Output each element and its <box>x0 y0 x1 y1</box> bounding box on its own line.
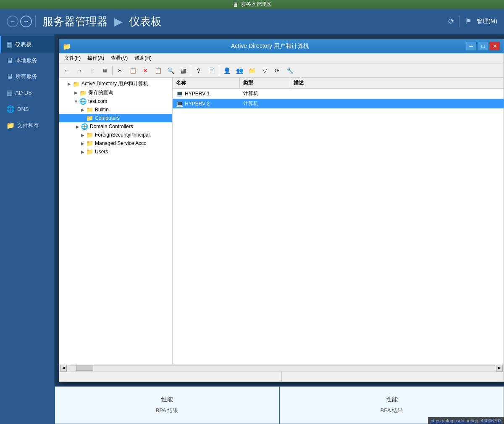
close-button[interactable]: ✕ <box>489 42 500 51</box>
nav-forward-button[interactable]: → <box>20 16 32 27</box>
cell-desc-hyperv2 <box>290 103 504 105</box>
menu-help[interactable]: 帮助(H) <box>131 54 155 63</box>
list-item[interactable]: 💻 HYPERV-1 计算机 <box>173 89 504 99</box>
toolbar-sep1 <box>112 66 113 75</box>
tree-domain-controllers[interactable]: ▶ 🌐 Domain Controllers <box>59 122 172 131</box>
tree-users-label: Users <box>95 149 108 155</box>
tree-saved-queries[interactable]: ▶ 📁 保存的查询 <box>59 88 172 97</box>
tree-domain[interactable]: ▼ 🌐 test.com <box>59 97 172 105</box>
sidebar-item-files[interactable]: 📁 文件和存 <box>0 117 54 134</box>
ad-window-titlebar: 📁 Active Directory 用户和计算机 ─ □ ✕ <box>59 39 504 53</box>
sidebar-item-all[interactable]: 🖥 所有服务 <box>0 68 54 84</box>
sidebar-item-adds[interactable]: ▦ AD DS <box>0 84 54 101</box>
sidebar-item-label: AD DS <box>15 90 32 96</box>
toolbar-show-btn[interactable]: ▦ <box>99 65 110 76</box>
sidebar-item-label: 文件和存 <box>17 122 39 129</box>
toolbar-prop-btn[interactable]: 📋 <box>152 65 164 76</box>
tree-root[interactable]: ▶ 📁 Active Directory 用户和计算机 <box>59 79 172 88</box>
dashboard-icon: ▦ <box>6 40 13 48</box>
adds-icon: ▦ <box>6 89 13 97</box>
sidebar-item-dns[interactable]: 🌐 DNS <box>0 101 54 117</box>
toolbar-up-btn[interactable]: ↑ <box>86 65 98 76</box>
toolbar-delegate-btn[interactable]: 🔧 <box>284 65 296 76</box>
saved-folder-icon: 📁 <box>79 90 87 96</box>
builtin-folder-icon: 📁 <box>86 106 93 113</box>
minimize-button[interactable]: ─ <box>466 42 477 51</box>
list-item[interactable]: 💻 HYPERV-2 计算机 <box>173 99 504 109</box>
toolbar-refresh-btn[interactable]: ⟳ <box>271 65 283 76</box>
toolbar-cut-btn[interactable]: ✂ <box>114 65 126 76</box>
tree-domain-label: test.com <box>88 98 107 104</box>
managed-expand-icon: ▶ <box>79 141 86 146</box>
tree-managed-label: Managed Service Acco <box>95 140 147 146</box>
tree-panel: ▶ 📁 Active Directory 用户和计算机 ▶ 📁 保存的查询 ▼ … <box>59 78 173 364</box>
scroll-thumb[interactable] <box>76 366 93 371</box>
tree-computers[interactable]: 📁 Computers <box>59 114 172 122</box>
toolbar-filter2-btn[interactable]: ▽ <box>259 65 270 76</box>
toolbar-sep2 <box>191 66 191 75</box>
menu-view[interactable]: 查看(V) <box>108 54 131 63</box>
nav-back-button[interactable]: ← <box>7 16 18 27</box>
toolbar-copy-btn[interactable]: 📋 <box>127 65 139 76</box>
app-title-bar: 🖥 服务器管理器 <box>0 0 504 9</box>
builtin-expand-icon: ▶ <box>79 108 86 112</box>
col-name[interactable]: 名称 <box>173 78 240 88</box>
cell-type-hyperv2: 计算机 <box>240 99 290 108</box>
tree-saved-label: 保存的查询 <box>88 89 113 96</box>
tree-computers-label: Computers <box>95 115 120 121</box>
toolbar-filter-btn[interactable]: ▦ <box>177 65 189 76</box>
sidebar-item-local[interactable]: 🖥 本地服务 <box>0 53 54 68</box>
breadcrumb-separator: ▶ <box>114 15 126 28</box>
dns-icon: 🌐 <box>6 105 15 113</box>
flag-button[interactable]: ⚑ <box>465 17 472 26</box>
toolbar-forward-btn[interactable]: → <box>74 65 85 76</box>
toolbar-back-btn[interactable]: ← <box>61 65 73 76</box>
server-manager-header: ← → 服务器管理器 ▶ 仪表板 ⟳ ⚑ 管理(M) <box>0 9 504 34</box>
all-icon: 🖥 <box>6 73 13 80</box>
header-sep1 <box>459 16 460 27</box>
manage-menu-button[interactable]: 管理(M) <box>477 18 497 25</box>
header-actions: ⟳ ⚑ 管理(M) <box>448 16 497 27</box>
tree-builtin[interactable]: ▶ 📁 Builtin <box>59 105 172 114</box>
window-controls: ─ □ ✕ <box>466 42 500 51</box>
refresh-button[interactable]: ⟳ <box>448 17 454 26</box>
tree-managed[interactable]: ▶ 📁 Managed Service Acco <box>59 139 172 147</box>
ad-statusbar <box>59 371 504 382</box>
scroll-track[interactable] <box>68 365 495 371</box>
bottom-panel-1: 性能 BPA 结果 <box>55 386 279 424</box>
sidebar-item-label: 所有服务 <box>16 73 37 80</box>
users-expand-icon: ▶ <box>79 150 86 154</box>
toolbar-help-btn[interactable]: ? <box>193 65 205 76</box>
tree-users[interactable]: ▶ 📁 Users <box>59 147 172 156</box>
toolbar-find-btn[interactable]: 🔍 <box>165 65 176 76</box>
sidebar-item-dashboard[interactable]: ▦ 仪表板 <box>0 36 54 53</box>
name-label-hyperv2: HYPERV-2 <box>185 101 210 107</box>
toolbar-delete-btn[interactable]: ✕ <box>139 65 151 76</box>
toolbar-sep3 <box>219 66 219 75</box>
managed-folder-icon: 📁 <box>86 140 93 147</box>
toolbar-detail-btn[interactable]: 📄 <box>205 65 217 76</box>
sidebar-item-label: 本地服务 <box>16 57 37 64</box>
ad-main: ▶ 📁 Active Directory 用户和计算机 ▶ 📁 保存的查询 ▼ … <box>59 78 504 364</box>
foreign-expand-icon: ▶ <box>79 133 86 137</box>
maximize-button[interactable]: □ <box>478 42 488 51</box>
cell-name-hyperv1: 💻 HYPERV-1 <box>173 89 240 98</box>
scroll-left-button[interactable]: ◀ <box>60 365 67 371</box>
menu-action[interactable]: 操作(A) <box>84 54 108 63</box>
col-desc[interactable]: 描述 <box>290 78 504 88</box>
toolbar-ou-btn[interactable]: 📁 <box>246 65 258 76</box>
root-expand-icon: ▶ <box>66 82 73 86</box>
menu-file[interactable]: 文件(F) <box>61 54 84 63</box>
dc-expand-icon: ▶ <box>74 124 81 129</box>
users-folder-icon: 📁 <box>86 148 93 155</box>
app-title: 服务器管理器 <box>241 1 271 8</box>
toolbar-group-btn[interactable]: 👥 <box>234 65 245 76</box>
nav-separator <box>35 16 36 27</box>
scroll-right-button[interactable]: ▶ <box>496 365 503 371</box>
name-label-hyperv1: HYPERV-1 <box>185 91 210 97</box>
toolbar-user-btn[interactable]: 👤 <box>221 65 233 76</box>
col-type[interactable]: 类型 <box>240 78 290 88</box>
computers-folder-icon: 📁 <box>86 115 93 121</box>
tree-foreign[interactable]: ▶ 📁 ForeignSecurityPrincipal. <box>59 131 172 139</box>
computer-icon-hyperv1: 💻 <box>176 90 183 97</box>
